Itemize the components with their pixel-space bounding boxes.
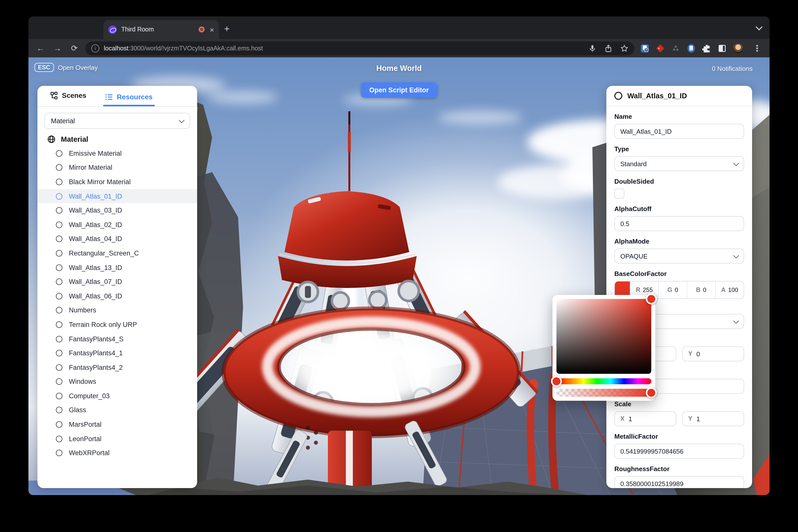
- resources-list-icon: [105, 93, 113, 100]
- list-item[interactable]: Wall_Atlas_06_ID: [37, 289, 197, 303]
- list-item[interactable]: Wall_Atlas_13_ID: [37, 261, 197, 275]
- list-item[interactable]: FantasyPlants4_S: [37, 331, 197, 346]
- site-info-icon[interactable]: i: [91, 44, 99, 52]
- url-host: localhost: [104, 45, 129, 52]
- name-label: Name: [614, 113, 744, 120]
- roughnessfactor-input[interactable]: 0.3580000102519989: [614, 476, 744, 488]
- world-viewport[interactable]: ESC Open Overlay Home World 0 Notificati…: [28, 57, 770, 495]
- doublesided-checkbox[interactable]: [614, 189, 624, 198]
- forward-button[interactable]: →: [52, 44, 62, 53]
- scale-y-input[interactable]: Y1: [682, 411, 744, 426]
- offset-y-input[interactable]: Y0: [682, 346, 744, 361]
- material-inspector: Wall_Atlas_01_ID Name Wall_Atlas_01_ID T…: [606, 86, 752, 488]
- open-script-editor-button[interactable]: Open Script Editor: [361, 82, 437, 98]
- list-item[interactable]: Glass: [37, 403, 197, 417]
- offset-y-value: 0: [697, 350, 700, 358]
- alpha-slider[interactable]: [556, 389, 651, 397]
- material-bullet-icon: [56, 321, 62, 328]
- tab-search-chevron-icon[interactable]: [756, 23, 763, 31]
- list-item[interactable]: Wall_Atlas_07_ID: [37, 275, 197, 289]
- material-bullet-icon: [56, 364, 62, 370]
- list-item[interactable]: Rectangular_Screen_C: [37, 246, 197, 260]
- list-item-label: Windows: [69, 378, 96, 385]
- url-text: localhost:3000/world/!vjrzmTVOcyIsLgaAkA…: [104, 45, 584, 52]
- material-bullet-icon: [614, 92, 622, 100]
- g-prefix: G: [667, 286, 672, 293]
- tab-scenes[interactable]: Scenes: [49, 91, 88, 106]
- material-bullet-icon: [56, 307, 62, 314]
- type-select[interactable]: Standard: [614, 156, 744, 171]
- list-item[interactable]: Wall_Atlas_02_ID: [37, 217, 197, 232]
- scene-tree-icon: [51, 92, 58, 99]
- browser-window: Third Room × + ← → ⟳ i localhost:3000/wo…: [28, 17, 770, 495]
- globe-icon: [48, 135, 55, 143]
- url-path: :3000/world/!vjrzmTVOcyIsLgaAkA:call.ems…: [129, 45, 263, 52]
- basecolor-g-input[interactable]: G0: [658, 282, 687, 299]
- material-bullet-icon: [56, 165, 62, 171]
- sv-handle[interactable]: [646, 293, 657, 304]
- list-item[interactable]: MarsPortal: [37, 417, 197, 432]
- list-item-label: Wall_Atlas_06_ID: [69, 292, 122, 300]
- resource-type-select[interactable]: Material: [44, 113, 190, 129]
- list-item[interactable]: Emissive Material: [37, 146, 197, 160]
- tab-resources[interactable]: Resources: [103, 93, 154, 106]
- new-tab-button[interactable]: +: [224, 23, 230, 34]
- list-item[interactable]: Terrain Rock only URP: [37, 318, 197, 331]
- tab-title: Third Room: [121, 26, 198, 33]
- list-item[interactable]: LeonPortal: [37, 432, 197, 446]
- back-button[interactable]: ←: [35, 44, 45, 53]
- list-item[interactable]: WebXRPortal: [37, 446, 197, 460]
- metallicfactor-label: MetallicFactor: [614, 433, 744, 440]
- browser-menu-icon[interactable]: •••: [755, 44, 760, 52]
- red-diamond-extension-icon[interactable]: [656, 44, 665, 53]
- list-item[interactable]: Mirror Material: [37, 160, 197, 175]
- type-value: Standard: [620, 160, 647, 167]
- basecolor-b-input[interactable]: B0: [687, 282, 715, 299]
- document-extension-icon[interactable]: [687, 44, 696, 53]
- notifications-status[interactable]: 0 Notifications: [712, 65, 753, 72]
- material-bullet-icon: [56, 435, 62, 442]
- metallicfactor-input[interactable]: 0.5419999957084656: [614, 444, 744, 459]
- material-bullet-icon: [56, 293, 62, 299]
- name-input[interactable]: Wall_Atlas_01_ID: [614, 124, 744, 139]
- material-list: Emissive Material Mirror Material Black …: [37, 146, 197, 460]
- list-item[interactable]: FantasyPlants4_2: [37, 360, 197, 375]
- tab-scenes-label: Scenes: [62, 91, 86, 99]
- basecolor-a-input[interactable]: A100: [715, 282, 744, 299]
- list-item[interactable]: Black Mirror Material: [37, 175, 197, 189]
- list-item[interactable]: Numbers: [37, 303, 197, 318]
- alphacutoff-input[interactable]: 0.5: [614, 216, 744, 231]
- alpha-handle[interactable]: [646, 387, 657, 398]
- scale-x-input[interactable]: X1: [614, 411, 676, 426]
- microphone-icon[interactable]: [588, 44, 596, 52]
- scale-y-value: 1: [697, 415, 700, 422]
- hue-handle[interactable]: [551, 376, 562, 387]
- hue-slider[interactable]: [556, 378, 651, 384]
- reload-button[interactable]: ⟳: [69, 43, 79, 53]
- scale-label: Scale: [614, 400, 744, 408]
- close-tab-icon[interactable]: ×: [210, 26, 214, 33]
- alphamode-select[interactable]: OPAQUE: [614, 249, 744, 264]
- list-item[interactable]: Wall_Atlas_03_ID: [37, 203, 197, 217]
- extensions-puzzle-icon[interactable]: [702, 44, 711, 53]
- profile-avatar[interactable]: [733, 43, 743, 53]
- bookmark-star-icon[interactable]: [620, 44, 628, 52]
- list-item[interactable]: Wall_Atlas_04_ID: [37, 232, 197, 246]
- browser-tab[interactable]: Third Room ×: [103, 20, 219, 39]
- recycle-extension-icon[interactable]: [671, 44, 680, 53]
- address-bar[interactable]: i localhost:3000/world/!vjrzmTVOcyIsLgaA…: [86, 41, 634, 55]
- list-item[interactable]: FantasyPlants4_1: [37, 346, 197, 360]
- saturation-value-area[interactable]: [556, 299, 651, 374]
- world-title: Home World: [28, 64, 770, 73]
- side-panel-icon[interactable]: [718, 44, 727, 53]
- material-bullet-icon: [56, 236, 62, 242]
- list-item-label: Glass: [69, 406, 86, 414]
- list-item[interactable]: Computer_03: [37, 389, 197, 403]
- password-manager-extension-icon[interactable]: [640, 44, 649, 53]
- browser-toolbar: ← → ⟳ i localhost:3000/world/!vjrzmTVOcy…: [28, 39, 770, 57]
- list-item-selected[interactable]: Wall_Atlas_01_ID: [37, 189, 197, 203]
- list-item[interactable]: Windows: [37, 375, 197, 389]
- alphacutoff-value: 0.5: [620, 220, 629, 227]
- alphamode-value: OPAQUE: [620, 252, 648, 260]
- share-icon[interactable]: [604, 44, 612, 52]
